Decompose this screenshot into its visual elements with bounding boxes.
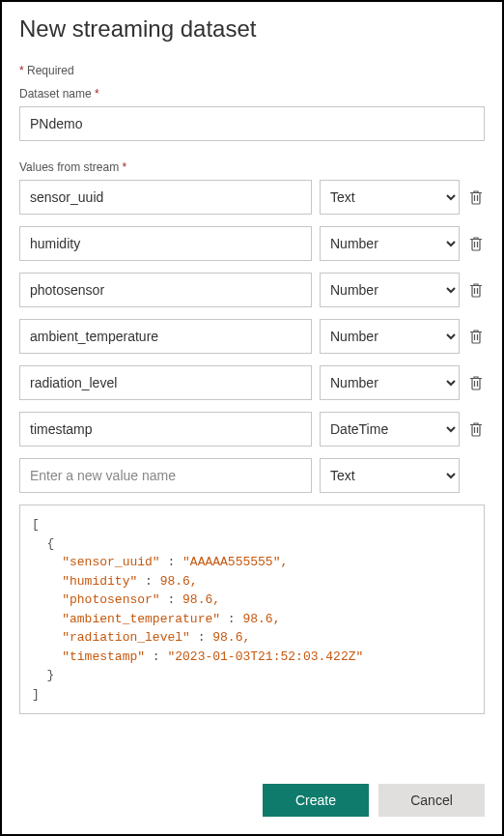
value-type-select[interactable]: TextNumberDateTime	[320, 365, 460, 400]
value-row: TextNumberDateTime	[19, 226, 485, 261]
cancel-button[interactable]: Cancel	[378, 784, 485, 817]
value-name-input[interactable]	[19, 273, 312, 307]
value-type-select[interactable]: TextNumberDateTime	[320, 273, 460, 307]
value-type-select[interactable]: TextNumberDateTime	[320, 412, 460, 447]
dataset-name-label: Dataset name *	[19, 87, 485, 101]
footer: Create Cancel	[2, 770, 502, 834]
value-name-input[interactable]	[19, 226, 312, 261]
value-row: TextNumberDateTime	[19, 180, 485, 215]
value-row: TextNumberDateTime	[19, 319, 485, 354]
trash-icon[interactable]	[467, 329, 485, 344]
trash-icon[interactable]	[467, 421, 485, 437]
value-name-input[interactable]	[19, 412, 312, 447]
values-label: Values from stream *	[19, 160, 485, 174]
dataset-name-input[interactable]	[19, 106, 485, 141]
value-type-select[interactable]: TextNumberDateTime	[320, 319, 460, 354]
new-value-type-select[interactable]: TextNumberDateTime	[320, 458, 460, 493]
value-name-input[interactable]	[19, 180, 312, 215]
value-row: TextNumberDateTime	[19, 412, 485, 447]
trash-icon[interactable]	[467, 375, 485, 390]
create-button[interactable]: Create	[263, 784, 369, 817]
value-name-input[interactable]	[19, 365, 312, 400]
new-value-row: TextNumberDateTime	[19, 458, 485, 493]
new-value-name-input[interactable]	[19, 458, 312, 493]
trash-icon[interactable]	[467, 189, 485, 205]
value-type-select[interactable]: TextNumberDateTime	[320, 226, 460, 261]
trash-icon[interactable]	[467, 236, 485, 251]
json-preview: [ { "sensor_uuid" : "AAAAA555555", "humi…	[19, 504, 485, 714]
trash-icon[interactable]	[467, 282, 485, 298]
value-row: TextNumberDateTime	[19, 273, 485, 307]
value-row: TextNumberDateTime	[19, 365, 485, 400]
required-note: Required	[19, 64, 485, 77]
value-name-input[interactable]	[19, 319, 312, 354]
page-title: New streaming dataset	[19, 15, 485, 43]
value-type-select[interactable]: TextNumberDateTime	[320, 180, 460, 215]
